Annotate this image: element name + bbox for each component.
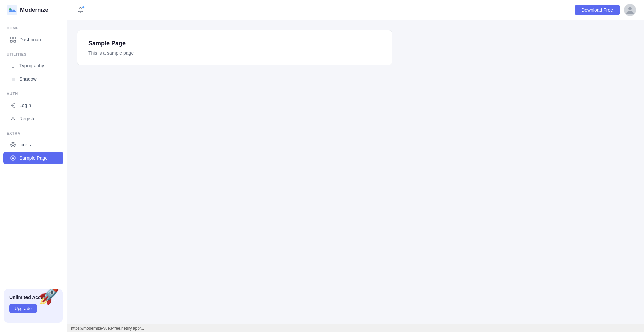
sidebar-item-icons[interactable]: Icons <box>3 138 63 151</box>
section-home: HOME <box>0 20 67 33</box>
upgrade-button[interactable]: Upgrade <box>9 304 37 313</box>
svg-rect-4 <box>10 40 12 42</box>
main-area: Download Free Sample Page This is a samp… <box>67 0 644 332</box>
icons-label: Icons <box>19 142 31 147</box>
avatar[interactable] <box>624 4 636 16</box>
register-label: Register <box>19 116 37 121</box>
svg-rect-3 <box>14 37 16 39</box>
sidebar: Modernize HOME Dashboard UTILITIES Typog… <box>0 0 67 332</box>
status-url: https://modernize-vue3-free.netlify.app/… <box>71 326 144 331</box>
logo-icon <box>7 5 17 15</box>
app-name: Modernize <box>20 7 48 13</box>
page-content: Sample Page This is a sample page <box>67 20 644 324</box>
svg-point-18 <box>11 156 15 160</box>
svg-rect-2 <box>10 37 12 39</box>
topbar: Download Free <box>67 0 644 20</box>
icons-icon <box>10 142 16 148</box>
register-icon <box>10 116 16 122</box>
sidebar-item-sample-page[interactable]: Sample Page <box>3 152 63 164</box>
svg-rect-5 <box>14 40 16 42</box>
statusbar: https://modernize-vue3-free.netlify.app/… <box>67 324 644 332</box>
typography-icon <box>10 63 16 69</box>
sample-page-card: Sample Page This is a sample page <box>77 30 392 65</box>
notification-dot <box>82 6 85 9</box>
sidebar-item-register[interactable]: Register <box>3 112 63 125</box>
page-title: Sample Page <box>88 40 381 47</box>
notification-bell[interactable] <box>75 5 86 15</box>
section-extra: EXTRA <box>0 125 67 138</box>
svg-point-9 <box>12 117 14 119</box>
login-label: Login <box>19 103 31 108</box>
typography-label: Typography <box>19 63 44 68</box>
sample-page-icon <box>10 155 16 161</box>
sidebar-item-shadow[interactable]: Shadow <box>3 73 63 85</box>
svg-point-13 <box>12 144 14 146</box>
download-free-button[interactable]: Download Free <box>575 5 620 15</box>
svg-point-1 <box>9 8 11 10</box>
sample-page-label: Sample Page <box>19 155 48 161</box>
rocket-decoration: 🚀 <box>38 289 60 304</box>
sidebar-item-typography[interactable]: Typography <box>3 59 63 72</box>
dashboard-icon <box>10 37 16 43</box>
shadow-icon <box>10 76 16 82</box>
logo: Modernize <box>0 0 67 20</box>
section-utilities: UTILITIES <box>0 46 67 59</box>
svg-point-20 <box>628 7 632 10</box>
dashboard-label: Dashboard <box>19 37 43 42</box>
section-auth: AUTH <box>0 86 67 98</box>
page-subtitle: This is a sample page <box>88 50 381 56</box>
sidebar-item-dashboard[interactable]: Dashboard <box>3 33 63 46</box>
shadow-label: Shadow <box>19 76 37 82</box>
sidebar-item-login[interactable]: Login <box>3 99 63 112</box>
upgrade-card: 🚀 Unlimited Access Upgrade <box>4 289 63 323</box>
svg-rect-7 <box>12 78 15 81</box>
login-icon <box>10 102 16 108</box>
